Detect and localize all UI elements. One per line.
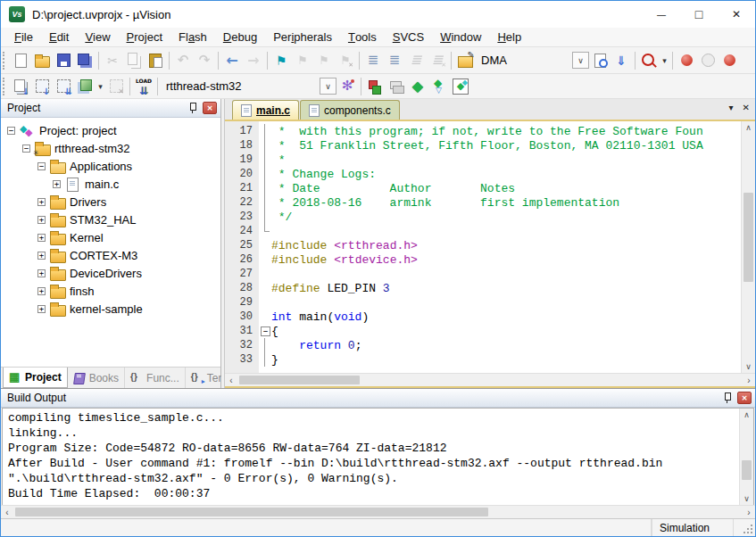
maximize-icon[interactable]	[680, 2, 718, 28]
tab-close-icon[interactable]: ✕	[743, 103, 750, 112]
code-line-29[interactable]: 29	[225, 295, 741, 310]
code-line-18[interactable]: 18 * 51 Franklin Street, Fifth Floor, Bo…	[225, 138, 741, 153]
close-icon[interactable]	[718, 2, 755, 28]
code-line-23[interactable]: 23 */	[225, 210, 741, 224]
pin-icon[interactable]	[722, 392, 733, 404]
breakpoint-kill-button[interactable]	[719, 50, 740, 71]
toolbar-grip[interactable]	[3, 78, 7, 95]
code-line-27[interactable]: 27	[225, 267, 741, 281]
batch-build-button[interactable]	[74, 76, 96, 97]
menu-flash[interactable]: Flash	[170, 28, 215, 46]
save-all-button[interactable]	[74, 50, 96, 71]
target-select-dropdown-icon[interactable]	[320, 78, 336, 95]
menu-project[interactable]: Project	[119, 28, 170, 46]
code-line-24[interactable]: 24	[225, 224, 741, 238]
tree-item-kernel[interactable]: +Kernel	[1, 228, 220, 246]
expand-icon[interactable]: +	[37, 252, 46, 260]
menu-view[interactable]: View	[77, 28, 118, 46]
collapse-icon[interactable]: −	[7, 127, 15, 135]
incremental-find-button[interactable]	[611, 50, 632, 71]
build-hscrollbar[interactable]: ‹ ›	[1, 505, 755, 518]
expand-icon[interactable]: +	[37, 216, 46, 224]
code-line-33[interactable]: 33}	[225, 352, 741, 367]
resize-grip[interactable]	[734, 519, 755, 536]
select-software-packs-button[interactable]	[428, 76, 450, 97]
menu-svcs[interactable]: SVCS	[385, 28, 432, 46]
toolbar-grip[interactable]	[3, 52, 7, 70]
editor-hscrollbar[interactable]: ‹ ›	[225, 373, 755, 386]
expand-icon[interactable]: +	[37, 269, 46, 277]
translate-button[interactable]	[10, 76, 31, 97]
scroll-left-icon[interactable]: ‹	[225, 374, 237, 386]
breakpoint-disable-button[interactable]	[697, 50, 719, 71]
build-output-text[interactable]: compiling timeslice_sample.c...linking..…	[3, 409, 739, 505]
collapse-icon[interactable]: −	[37, 162, 46, 170]
tree-item-rtthread-stm32[interactable]: −✳rtthread-stm32	[1, 139, 220, 157]
code-text[interactable]: 17 * with this program; if not, write to…	[225, 121, 741, 373]
menu-edit[interactable]: Edit	[41, 28, 77, 46]
editor-hscroll-thumb[interactable]	[239, 376, 360, 384]
build-vscrollbar[interactable]: ∧ ∨	[739, 409, 753, 505]
expand-icon[interactable]: +	[37, 287, 46, 295]
find-in-files-button[interactable]	[589, 50, 611, 71]
scroll-right-icon[interactable]: ›	[743, 374, 755, 386]
download-button[interactable]	[133, 76, 154, 97]
pack-installer-button[interactable]	[450, 76, 471, 97]
run-time-environment-button[interactable]	[407, 76, 428, 97]
code-line-22[interactable]: 22 * 2018-08-16 armink first implementat…	[225, 195, 741, 210]
pin-icon[interactable]	[187, 102, 198, 114]
tree-item-applications[interactable]: −Applications	[1, 157, 220, 175]
search-box[interactable]: DMA	[476, 52, 572, 70]
expand-icon[interactable]: +	[37, 234, 46, 242]
tree-item-main-c[interactable]: +main.c	[1, 175, 220, 193]
editor-vscroll-thumb[interactable]	[744, 193, 753, 282]
code-line-25[interactable]: 25#include <rtthread.h>	[225, 238, 741, 252]
open-file-button[interactable]	[31, 50, 53, 71]
menu-help[interactable]: Help	[489, 28, 529, 46]
breakpoint-toggle-button[interactable]	[676, 50, 697, 71]
menu-peripherals[interactable]: Peripherals	[265, 28, 340, 46]
tree-item-kernel-sample[interactable]: +kernel-sample	[1, 300, 220, 318]
menu-debug[interactable]: Debug	[215, 28, 265, 46]
rebuild-button[interactable]	[53, 76, 74, 97]
code-line-21[interactable]: 21 * Date Author Notes	[225, 181, 741, 195]
tab-list-icon[interactable]: ▾	[729, 103, 734, 112]
code-line-30[interactable]: 30int main(void)	[225, 310, 741, 324]
menu-window[interactable]: Window	[432, 28, 489, 46]
new-file-button[interactable]	[10, 50, 31, 71]
panel-tab-func[interactable]: Func...	[125, 368, 186, 388]
indent-button[interactable]	[362, 50, 384, 71]
code-line-32[interactable]: 32 return 0;	[225, 338, 741, 352]
build-button[interactable]	[31, 76, 53, 97]
code-line-26[interactable]: 26#include <rtdevice.h>	[225, 252, 741, 267]
code-editor[interactable]: 17 * with this program; if not, write to…	[225, 121, 755, 373]
build-hscroll-thumb[interactable]	[15, 508, 488, 516]
scroll-left-icon[interactable]: ‹	[1, 506, 13, 518]
fold-collapse-icon[interactable]	[259, 324, 271, 338]
search-box-dropdown-icon[interactable]	[572, 52, 589, 69]
expand-icon[interactable]: +	[37, 305, 46, 313]
code-line-19[interactable]: 19 *	[225, 153, 741, 167]
minimize-icon[interactable]	[643, 2, 680, 28]
tree-item-finsh[interactable]: +finsh	[1, 282, 220, 300]
code-search-dropdown-icon[interactable]	[660, 51, 669, 70]
batch-build-dropdown-icon[interactable]	[96, 77, 105, 96]
outdent-button[interactable]	[384, 50, 405, 71]
editor-vscrollbar[interactable]: ∧ ∨	[741, 121, 755, 373]
tree-item-devicedrivers[interactable]: +DeviceDrivers	[1, 264, 220, 282]
code-search-button[interactable]	[638, 50, 660, 71]
scroll-up-icon[interactable]: ∧	[742, 121, 755, 134]
build-output-close-icon[interactable]	[737, 392, 752, 404]
tree-item-cortex-m3[interactable]: +CORTEX-M3	[1, 246, 220, 264]
panel-tab-project[interactable]: Project	[3, 368, 68, 388]
code-line-28[interactable]: 28#define LED_PIN 3	[225, 281, 741, 295]
scroll-right-icon[interactable]: ›	[743, 506, 755, 518]
tree-item-project-project[interactable]: −Project: project	[1, 121, 220, 139]
editor-tab-main-c[interactable]: main.c	[232, 100, 299, 120]
tree-item-stm32-hal[interactable]: +STM32_HAL	[1, 211, 220, 228]
code-line-17[interactable]: 17 * with this program; if not, write to…	[225, 124, 741, 138]
save-button[interactable]	[53, 50, 74, 71]
project-panel-close-icon[interactable]	[203, 102, 217, 114]
find-in-files-folder-button[interactable]	[454, 50, 476, 71]
editor-tab-components-c[interactable]: components.c	[300, 100, 400, 120]
